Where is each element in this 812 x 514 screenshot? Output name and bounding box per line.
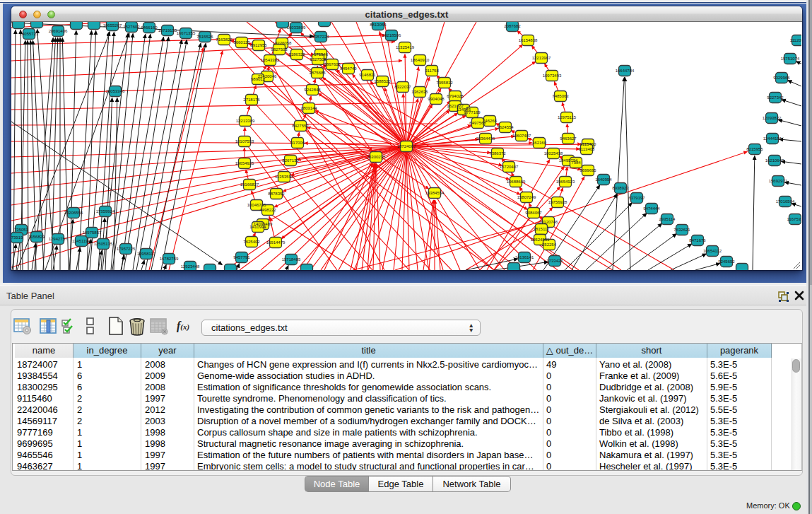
svg-text:10975857: 10975857 xyxy=(83,230,102,235)
svg-text:8215955: 8215955 xyxy=(746,147,763,151)
svg-text:14136141: 14136141 xyxy=(515,255,534,259)
svg-text:7485063: 7485063 xyxy=(552,94,569,98)
svg-text:162160: 162160 xyxy=(532,141,547,145)
svg-text:25300235: 25300235 xyxy=(367,155,386,159)
svg-text:14055721: 14055721 xyxy=(20,32,39,36)
svg-text:8454749: 8454749 xyxy=(340,66,357,71)
svg-text:1112003: 1112003 xyxy=(790,38,801,42)
svg-text:12213967: 12213967 xyxy=(532,56,551,60)
svg-text:12444151: 12444151 xyxy=(763,136,782,141)
svg-text:7386372: 7386372 xyxy=(489,151,506,156)
svg-text:8267130: 8267130 xyxy=(282,158,299,163)
svg-text:1640954: 1640954 xyxy=(595,177,612,182)
svg-text:10655267: 10655267 xyxy=(103,23,122,28)
svg-text:1167533: 1167533 xyxy=(787,217,801,221)
svg-text:12213389: 12213389 xyxy=(236,119,255,123)
svg-text:16782759: 16782759 xyxy=(160,257,179,261)
svg-text:9777169: 9777169 xyxy=(464,110,481,115)
svg-text:17016504: 17016504 xyxy=(776,199,795,204)
svg-text:8938923: 8938923 xyxy=(612,186,629,190)
svg-text:16154838: 16154838 xyxy=(519,38,538,42)
svg-text:20364436: 20364436 xyxy=(476,136,495,141)
svg-text:9474444: 9474444 xyxy=(643,206,660,211)
svg-text:7357224: 7357224 xyxy=(312,35,329,39)
svg-text:12975115: 12975115 xyxy=(558,115,577,119)
svg-text:17359924: 17359924 xyxy=(96,209,115,214)
svg-text:20053346: 20053346 xyxy=(106,89,125,93)
svg-text:13226058: 13226058 xyxy=(273,41,292,45)
svg-text:9463627: 9463627 xyxy=(560,136,577,141)
svg-text:20120746: 20120746 xyxy=(539,220,558,224)
svg-text:989012: 989012 xyxy=(251,77,266,81)
svg-text:735051: 735051 xyxy=(14,228,29,232)
svg-text:12505135: 12505135 xyxy=(94,242,113,246)
svg-text:9242848: 9242848 xyxy=(304,88,321,92)
svg-text:12093822: 12093822 xyxy=(763,116,782,120)
svg-text:9457791: 9457791 xyxy=(233,255,250,259)
svg-text:12923448: 12923448 xyxy=(181,264,200,269)
svg-text:8322037: 8322037 xyxy=(394,85,411,89)
svg-text:16671355: 16671355 xyxy=(177,31,196,35)
svg-text:3875685: 3875685 xyxy=(309,71,326,75)
svg-text:11353594: 11353594 xyxy=(275,175,294,179)
svg-text:9660123: 9660123 xyxy=(233,40,250,45)
svg-text:1362635: 1362635 xyxy=(411,90,428,94)
svg-text:17957225: 17957225 xyxy=(117,247,136,251)
svg-text:15720407: 15720407 xyxy=(500,165,519,169)
svg-text:6466160: 6466160 xyxy=(141,25,158,30)
svg-text:6794028: 6794028 xyxy=(447,94,464,98)
svg-text:10025438: 10025438 xyxy=(544,151,563,156)
svg-text:12942757: 12942757 xyxy=(49,237,68,241)
svg-text:8912955: 8912955 xyxy=(250,43,267,47)
svg-text:11451194: 11451194 xyxy=(72,239,90,243)
svg-text:20206556: 20206556 xyxy=(64,211,83,215)
svg-text:16914479: 16914479 xyxy=(266,240,286,245)
svg-text:73919: 73919 xyxy=(11,235,23,240)
svg-text:311758: 311758 xyxy=(425,69,439,73)
svg-text:10046705: 10046705 xyxy=(247,203,266,207)
svg-text:9084067: 9084067 xyxy=(525,211,542,215)
svg-text:7984: 7984 xyxy=(571,160,581,165)
svg-text:4498222: 4498222 xyxy=(259,208,276,212)
svg-text:19218506: 19218506 xyxy=(382,33,401,37)
svg-text:11325419: 11325419 xyxy=(396,45,415,49)
svg-text:10654112: 10654112 xyxy=(703,249,722,253)
svg-text:2935114: 2935114 xyxy=(659,217,676,221)
svg-text:6379197: 6379197 xyxy=(628,196,645,200)
svg-text:1410994: 1410994 xyxy=(249,225,266,229)
svg-text:10958117: 10958117 xyxy=(137,252,156,256)
svg-text:10607487: 10607487 xyxy=(512,134,531,138)
svg-text:7625402: 7625402 xyxy=(243,240,260,244)
svg-text:19654923: 19654923 xyxy=(556,180,575,184)
svg-text:15807249: 15807249 xyxy=(517,195,536,199)
svg-text:7163822: 7163822 xyxy=(216,37,233,42)
svg-text:9227342: 9227342 xyxy=(767,95,784,100)
svg-text:8186328: 8186328 xyxy=(288,52,305,57)
svg-text:1733426: 1733426 xyxy=(546,259,563,263)
svg-text:19756928: 19756928 xyxy=(548,200,567,204)
svg-text:3624554: 3624554 xyxy=(497,125,514,129)
svg-text:917006: 917006 xyxy=(290,141,305,145)
svg-text:8471676: 8471676 xyxy=(689,238,706,243)
svg-text:10719155: 10719155 xyxy=(158,28,177,33)
svg-text:15692971: 15692971 xyxy=(769,179,788,183)
svg-text:16644784: 16644784 xyxy=(616,69,635,73)
svg-text:7515526: 7515526 xyxy=(196,35,213,39)
svg-text:1527602: 1527602 xyxy=(123,25,140,29)
svg-text:9327508: 9327508 xyxy=(310,57,326,62)
svg-text:1588520: 1588520 xyxy=(374,79,391,83)
svg-text:7632621: 7632621 xyxy=(673,228,690,232)
svg-text:9245652: 9245652 xyxy=(718,259,735,264)
svg-text:8813054: 8813054 xyxy=(370,23,387,27)
svg-text:18724007: 18724007 xyxy=(397,144,416,148)
svg-text:15751074: 15751074 xyxy=(781,57,800,61)
svg-text:9329966: 9329966 xyxy=(773,76,790,80)
svg-text:19654925: 19654925 xyxy=(235,161,254,165)
svg-text:1156829: 1156829 xyxy=(29,235,46,239)
svg-text:8427552: 8427552 xyxy=(292,124,309,128)
svg-text:16033809: 16033809 xyxy=(287,25,306,30)
svg-text:18640910: 18640910 xyxy=(411,58,430,62)
svg-text:9115460: 9115460 xyxy=(580,142,597,146)
svg-text:10107553: 10107553 xyxy=(235,139,254,144)
svg-text:1815112: 1815112 xyxy=(534,227,551,231)
